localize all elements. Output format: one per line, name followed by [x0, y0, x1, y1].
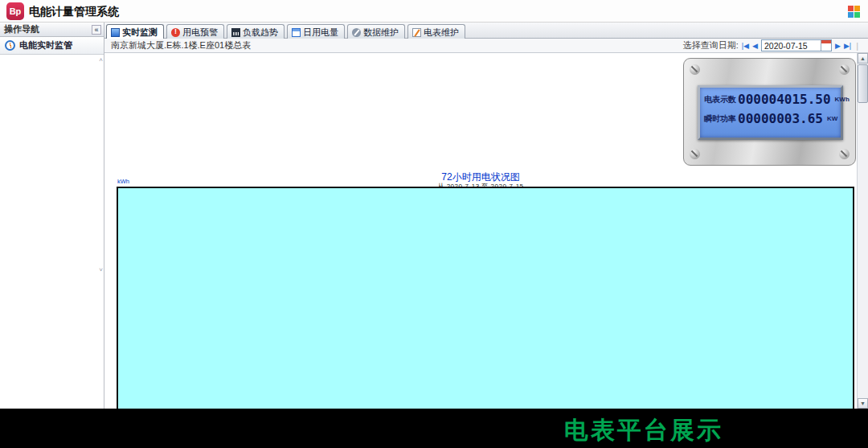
- sidebar-title: 操作导航: [4, 23, 39, 35]
- app-header: Bp 电能计量管理系统: [0, 0, 868, 23]
- screw-icon: [690, 64, 700, 75]
- main-content: 电表示数 000004015.50 KWh 瞬时功率 00000003.65 K…: [104, 53, 868, 409]
- breadcrumb: 南京新城大厦.E栋.1楼.E座01楼总表: [111, 39, 251, 51]
- y-axis-label: kWh: [117, 178, 129, 185]
- toolbar-separator: |: [856, 41, 858, 51]
- tree-scroll-down-icon[interactable]: ˅: [99, 266, 103, 273]
- scroll-down-icon[interactable]: ▼: [858, 398, 868, 409]
- usage-chart: 72小时用电状况图 从 2020-7-13 至 2020-7-15 kWh: [104, 167, 857, 409]
- lcd-meter-panel: 电表示数 000004015.50 KWh 瞬时功率 00000003.65 K…: [683, 58, 856, 166]
- scrollbar-thumb[interactable]: [858, 64, 868, 103]
- footer-caption: 电表平台展示: [564, 414, 723, 447]
- calendar-icon: [292, 28, 301, 37]
- sidebar: 操作导航 « 电能实时监管 ˄ ˅: [0, 23, 104, 409]
- chart-plot-area: [117, 187, 854, 409]
- tab-label: 负载趋势: [243, 27, 278, 37]
- tab-label: 电表维护: [424, 27, 459, 37]
- scroll-up-icon[interactable]: ▲: [858, 53, 868, 64]
- clock-icon: [5, 40, 15, 51]
- first-day-button[interactable]: |◀: [742, 42, 749, 50]
- footer-band: 电表平台展示: [0, 409, 868, 448]
- screw-icon: [690, 149, 700, 159]
- wrench-icon: [352, 28, 361, 37]
- lcd-power-unit: KW: [827, 115, 837, 122]
- lcd-screen: 电表示数 000004015.50 KWh 瞬时功率 00000003.65 K…: [698, 85, 843, 140]
- calendar-picker-icon[interactable]: [821, 40, 831, 51]
- tab-label: 日用电量: [303, 27, 338, 37]
- sidebar-section-realtime[interactable]: 电能实时监管: [0, 37, 104, 55]
- edit-icon: [412, 28, 421, 37]
- lcd-reading-value: 000004015.50: [738, 92, 831, 107]
- tab-label: 用电预警: [182, 27, 218, 37]
- prev-day-button[interactable]: ◀: [752, 42, 758, 50]
- theme-grid-icon[interactable]: [848, 6, 860, 18]
- org-tree: ˄ ˅: [0, 56, 104, 273]
- tab-label: 实时监测: [122, 27, 158, 37]
- app-title: 电能计量管理系统: [29, 5, 119, 19]
- app-logo-icon: Bp: [6, 2, 24, 20]
- sidebar-header: 操作导航 «: [0, 23, 104, 37]
- tab-bar: 实时监测用电预警负载趋势日用电量数据维护电表维护: [104, 23, 868, 39]
- monitor-icon: [111, 28, 120, 37]
- tree-scroll-up-icon[interactable]: ˄: [99, 56, 103, 64]
- sidebar-collapse-button[interactable]: «: [92, 25, 101, 35]
- tab-realtime-monitor[interactable]: 实时监测: [106, 24, 164, 39]
- last-day-button[interactable]: ▶|: [844, 42, 851, 50]
- tab-label: 数据维护: [363, 27, 399, 37]
- screw-icon: [839, 64, 850, 75]
- screw-icon: [839, 149, 850, 159]
- tab-data-maintenance[interactable]: 数据维护: [347, 24, 405, 39]
- sidebar-section-label: 电能实时监管: [19, 39, 72, 51]
- next-day-button[interactable]: ▶: [835, 42, 841, 50]
- tab-daily-power[interactable]: 日用电量: [287, 24, 345, 39]
- breadcrumb-bar: 南京新城大厦.E栋.1楼.E座01楼总表 选择查询日期: |◀ ◀ ▶ ▶| |: [104, 39, 868, 53]
- lcd-power-value: 00000003.65: [738, 111, 823, 126]
- lcd-power-label: 瞬时功率: [704, 113, 738, 125]
- date-label: 选择查询日期:: [683, 39, 739, 51]
- tab-load-trend[interactable]: 负载趋势: [227, 24, 285, 39]
- date-toolbar: 选择查询日期: |◀ ◀ ▶ ▶| |: [683, 39, 863, 51]
- lcd-reading-unit: KWh: [835, 96, 850, 103]
- tab-power-warning[interactable]: 用电预警: [166, 24, 224, 39]
- lcd-reading-label: 电表示数: [704, 94, 738, 105]
- sidebar-menu: [0, 273, 104, 409]
- vertical-scrollbar[interactable]: ▲ ▼: [857, 53, 868, 409]
- warning-icon: [171, 28, 180, 37]
- trend-icon: [231, 28, 240, 37]
- tab-meter-maintenance[interactable]: 电表维护: [407, 24, 465, 39]
